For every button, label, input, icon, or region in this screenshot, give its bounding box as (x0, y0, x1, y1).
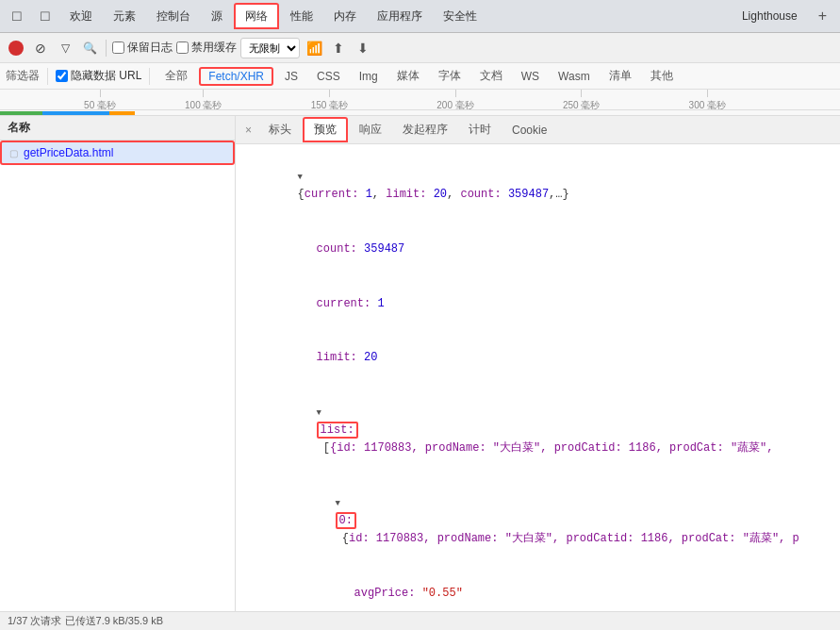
filter-row: 筛选器 隐藏数据 URL 全部 Fetch/XHR JS CSS Img 媒体 … (0, 63, 840, 90)
upload-icon: ⬆ (333, 41, 344, 56)
tab-network[interactable]: 网络 (234, 3, 279, 29)
disable-cache-checkbox[interactable]: 禁用缓存 (176, 40, 237, 56)
close-detail-button[interactable]: × (239, 121, 257, 140)
stop-icon: ⊘ (35, 41, 46, 56)
tab-console[interactable]: 控制台 (147, 3, 200, 29)
filter-tab-fetch-xhr[interactable]: Fetch/XHR (199, 67, 273, 86)
hide-data-url-input[interactable] (56, 70, 68, 82)
left-pane: 名称 ▢ getPriceData.html (0, 116, 236, 630)
root-toggle[interactable] (298, 168, 311, 186)
ruler-mark-200: 200 毫秒 (436, 90, 473, 110)
timeline-bar-area (0, 110, 840, 116)
ruler-mark-300: 300 毫秒 (689, 90, 726, 110)
filter-separator-1 (47, 68, 48, 85)
left-pane-header: 名称 (0, 116, 235, 141)
hide-data-url-checkbox[interactable]: 隐藏数据 URL (56, 68, 141, 84)
detail-tab-initiator[interactable]: 发起程序 (393, 119, 457, 141)
devtools-cursor-icon[interactable]: ☐ (4, 3, 30, 29)
network-toolbar: ⊘ ▽ 🔍 保留日志 禁用缓存 无限制 📶 ⬆ ⬇ (0, 33, 840, 63)
preserve-log-input[interactable] (112, 41, 124, 54)
filter-tab-doc[interactable]: 文档 (472, 66, 510, 86)
upload-icon-btn[interactable]: ⬆ (328, 38, 349, 58)
tab-welcome[interactable]: 欢迎 (60, 3, 102, 29)
tab-source[interactable]: 源 (202, 3, 232, 29)
detail-tab-response[interactable]: 响应 (350, 119, 391, 141)
tab-application[interactable]: 应用程序 (368, 3, 432, 29)
record-icon (8, 41, 24, 56)
json-list-header-line[interactable]: list: [{id: 1170883, prodName: "大白菜", pr… (243, 385, 832, 475)
filter-label: 筛选器 (6, 68, 40, 84)
detail-tab-timing[interactable]: 计时 (459, 119, 501, 141)
stop-button[interactable]: ⊘ (30, 38, 51, 58)
filter-tab-js[interactable]: JS (277, 68, 305, 85)
new-tab-button[interactable]: + (809, 4, 836, 28)
timeline-bar-blue (42, 111, 109, 115)
filter-tab-other[interactable]: 其他 (643, 66, 681, 86)
ruler-mark-150: 150 毫秒 (311, 90, 348, 110)
download-icon: ⬇ (357, 41, 369, 56)
toolbar-separator-1 (106, 40, 107, 57)
json-count-line: count: 359487 (243, 223, 832, 277)
detail-tab-preview[interactable]: 预览 (303, 117, 348, 142)
timeline-bar-orange (109, 111, 135, 115)
filter-tab-font[interactable]: 字体 (431, 66, 469, 86)
file-item-getpricedata[interactable]: ▢ getPriceData.html (0, 141, 235, 165)
ruler-mark-250: 250 毫秒 (563, 90, 600, 110)
filter-separator-2 (149, 68, 150, 85)
ruler-marks-container: 50 毫秒 100 毫秒 150 毫秒 200 毫秒 250 毫秒 300 毫秒 (0, 90, 840, 109)
filter-tab-wasm[interactable]: Wasm (551, 68, 598, 85)
tab-memory[interactable]: 内存 (324, 3, 366, 29)
detail-tab-cookie[interactable]: Cookie (502, 121, 556, 140)
tab-performance[interactable]: 性能 (281, 3, 322, 29)
filter-tab-manifest[interactable]: 清单 (601, 66, 639, 86)
filter-tab-img[interactable]: Img (352, 68, 386, 85)
ruler-mark-100: 100 毫秒 (185, 90, 222, 110)
search-button[interactable]: 🔍 (79, 38, 100, 58)
search-icon: 🔍 (83, 41, 97, 55)
status-text: 1/37 次请求 已传送7.9 kB/35.9 kB (8, 614, 163, 628)
ruler-mark-50: 50 毫秒 (84, 90, 116, 110)
top-tabbar: ☐ ☐ 欢迎 元素 控制台 源 网络 性能 内存 应用程序 安全性 Lighth… (0, 0, 840, 33)
filter-tab-media[interactable]: 媒体 (389, 66, 427, 86)
detail-tab-headers[interactable]: 标头 (259, 119, 301, 141)
tab-security[interactable]: 安全性 (434, 3, 486, 29)
json-preview: {current: 1, limit: 20, count: 359487,…}… (236, 144, 840, 630)
timeline-bar-green (0, 111, 42, 115)
download-icon-btn[interactable]: ⬇ (353, 38, 373, 58)
record-button[interactable] (6, 38, 26, 58)
right-pane: × 标头 预览 响应 发起程序 计时 Cookie (236, 116, 840, 630)
wifi-icon: 📶 (306, 41, 322, 56)
json-limit-line: limit: 20 (243, 331, 832, 386)
timeline-ruler: 50 毫秒 100 毫秒 150 毫秒 200 毫秒 250 毫秒 300 毫秒 (0, 90, 840, 110)
tab-elements[interactable]: 元素 (104, 3, 145, 29)
preserve-log-checkbox[interactable]: 保留日志 (112, 40, 173, 56)
list-toggle[interactable] (317, 404, 330, 422)
filter-tab-ws[interactable]: WS (514, 68, 547, 85)
disable-cache-input[interactable] (176, 41, 189, 54)
item0-toggle[interactable] (336, 494, 349, 512)
lighthouse-label: Lighthouse (733, 6, 807, 26)
json-item0-header-line[interactable]: 0: {id: 1170883, prodName: "大白菜", prodCa… (243, 475, 832, 566)
status-bar: 1/37 次请求 已传送7.9 kB/35.9 kB (0, 611, 840, 630)
main-content: 名称 ▢ getPriceData.html × 标头 预览 响应 发起程序 计… (0, 116, 840, 630)
filter-tab-all[interactable]: 全部 (157, 66, 195, 86)
filter-tab-css[interactable]: CSS (309, 68, 348, 85)
throttle-select[interactable]: 无限制 (240, 38, 300, 58)
json-root-line[interactable]: {current: 1, limit: 20, count: 359487,…} (243, 150, 832, 223)
detail-tabs: × 标头 预览 响应 发起程序 计时 Cookie (236, 116, 840, 144)
wifi-icon-btn[interactable]: 📶 (304, 38, 324, 58)
filter-button[interactable]: ▽ (55, 38, 75, 58)
file-item-name: getPriceData.html (24, 146, 113, 159)
json-current-line: current: 1 (243, 276, 832, 331)
devtools-device-icon[interactable]: ☐ (32, 3, 58, 29)
file-icon: ▢ (9, 148, 18, 158)
filter-icon: ▽ (61, 41, 70, 55)
